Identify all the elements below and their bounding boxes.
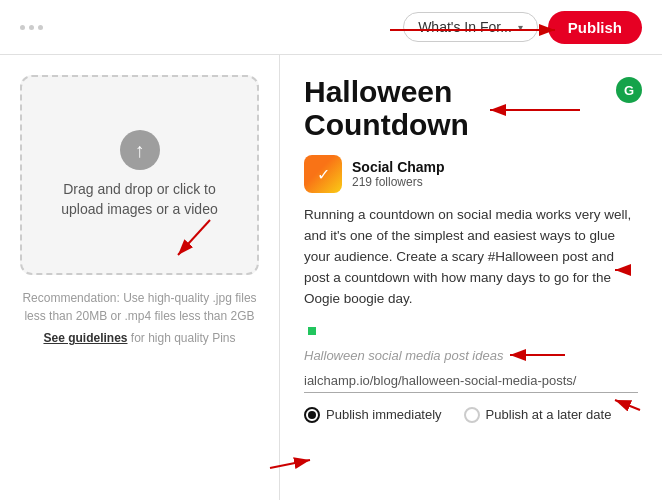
grammarly-icon: G: [616, 77, 642, 103]
publish-later-option[interactable]: Publish at a later date: [464, 407, 612, 423]
post-body: Running a countdown on social media work…: [304, 205, 638, 310]
post-title: Halloween Countdown: [304, 75, 638, 141]
see-guidelines-link[interactable]: See guidelines: [43, 331, 127, 345]
radio-inner-dot: [308, 411, 316, 419]
chevron-down-icon: ▾: [518, 22, 523, 33]
guidelines-suffix: for high quality Pins: [127, 331, 235, 345]
publish-immediately-label: Publish immediately: [326, 407, 442, 422]
main-content: ↑ Drag and drop or click to upload image…: [0, 55, 662, 500]
header-right: What's In For... ▾ Publish: [403, 11, 642, 44]
dropdown-label: What's In For...: [418, 19, 512, 35]
publish-button[interactable]: Publish: [548, 11, 642, 44]
upload-arrow-icon: ↑: [135, 139, 145, 162]
dots-menu: [20, 25, 43, 30]
url-display: ialchamp.io/blog/halloween-social-media-…: [304, 369, 638, 393]
right-panel: G Halloween Countdown ✓ Social Champ 219…: [280, 55, 662, 500]
dot1: [20, 25, 25, 30]
radio-immediate: [304, 407, 320, 423]
source-label: Halloween social media post ideas: [304, 348, 638, 363]
whats-in-for-dropdown[interactable]: What's In For... ▾: [403, 12, 538, 42]
dot3: [38, 25, 43, 30]
green-status-dot: [308, 327, 316, 335]
radio-later: [464, 407, 480, 423]
account-info: Social Champ 219 followers: [352, 159, 445, 189]
upload-text: Drag and drop or click to upload images …: [61, 180, 217, 219]
account-icon: ✓: [304, 155, 342, 193]
publish-options: Publish immediately Publish at a later d…: [304, 407, 638, 423]
dot2: [29, 25, 34, 30]
publish-immediately-option[interactable]: Publish immediately: [304, 407, 442, 423]
left-panel: ↑ Drag and drop or click to upload image…: [0, 55, 280, 500]
account-name: Social Champ: [352, 159, 445, 175]
upload-area[interactable]: ↑ Drag and drop or click to upload image…: [20, 75, 259, 275]
account-logo: ✓: [317, 165, 330, 184]
followers-count: 219 followers: [352, 175, 445, 189]
upload-icon: ↑: [120, 130, 160, 170]
recommendation-text: Recommendation: Use high-quality .jpg fi…: [20, 289, 259, 347]
account-row: ✓ Social Champ 219 followers: [304, 155, 638, 193]
header: What's In For... ▾ Publish: [0, 0, 662, 55]
publish-later-label: Publish at a later date: [486, 407, 612, 422]
